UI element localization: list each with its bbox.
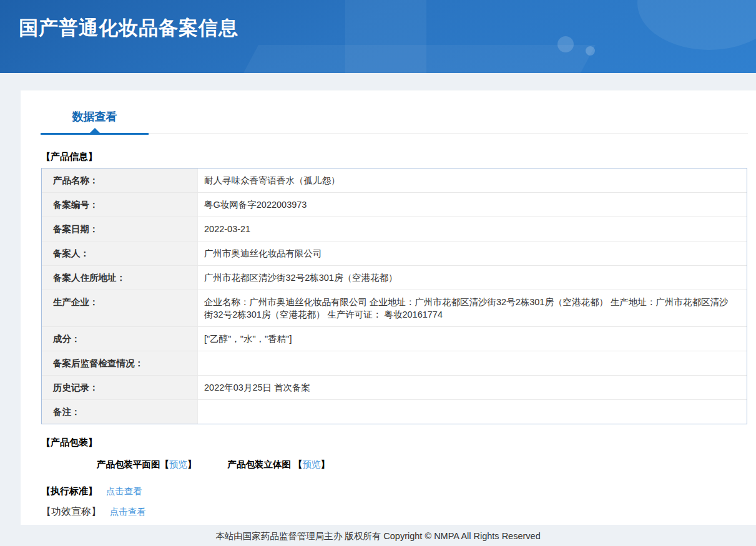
row-label: 成分： bbox=[42, 327, 198, 351]
bracket-close: 】 bbox=[321, 459, 330, 470]
row-value: 粤G妆网备字2022003973 bbox=[198, 193, 747, 217]
table-row: 备案编号： 粤G妆网备字2022003973 bbox=[42, 193, 747, 217]
table-row: 历史记录： 2022年03月25日 首次备案 bbox=[42, 376, 747, 400]
preview-stereo-link[interactable]: 预览 bbox=[303, 459, 321, 470]
table-row: 备案日期： 2022-03-21 bbox=[42, 217, 747, 241]
row-value bbox=[198, 400, 747, 424]
row-label: 备案编号： bbox=[42, 193, 198, 217]
decorative-circle bbox=[557, 36, 574, 52]
row-label: 产品名称： bbox=[42, 168, 198, 192]
tab-data-view[interactable]: 数据查看 bbox=[41, 109, 149, 135]
packaging-row: 产品包装平面图 【 预览 】 产品包装立体图 【 预览 】 bbox=[97, 459, 756, 470]
decorative-circle bbox=[586, 46, 595, 56]
page-header: 国产普通化妆品备案信息 bbox=[0, 0, 756, 73]
table-row: 备案后监督检查情况： bbox=[42, 351, 747, 376]
footer: 本站由国家药品监督管理局主办 版权所有 Copyright © NMPA All… bbox=[0, 525, 756, 546]
row-label: 生产企业： bbox=[42, 290, 198, 326]
efficacy-view-link[interactable]: 点击查看 bbox=[110, 506, 146, 518]
standards-view-link[interactable]: 点击查看 bbox=[106, 485, 142, 497]
packaging-flat-item: 产品包装平面图 【 预览 】 bbox=[97, 459, 197, 470]
efficacy-row: 【功效宣称】 点击查看 bbox=[41, 505, 756, 519]
packaging-stereo-label: 产品包装立体图 bbox=[228, 459, 292, 470]
row-label: 备案后监督检查情况： bbox=[42, 351, 198, 375]
row-value bbox=[198, 351, 747, 375]
table-row: 备案人住所地址： 广州市花都区清沙街32号2栋301房（空港花都） bbox=[42, 266, 747, 290]
row-label: 备案人住所地址： bbox=[42, 266, 198, 290]
row-value: ["乙醇"，"水"，"香精"] bbox=[198, 327, 747, 351]
packaging-stereo-item: 产品包装立体图 【 预览 】 bbox=[228, 459, 330, 470]
table-row: 成分： ["乙醇"，"水"，"香精"] bbox=[42, 327, 747, 351]
decorative-circle bbox=[637, 0, 756, 50]
table-row: 备注： bbox=[42, 400, 747, 424]
section-title-efficacy: 【功效宣称】 bbox=[41, 505, 101, 519]
decorative-shape bbox=[228, 45, 596, 73]
row-value: 广州市奥迪丝化妆品有限公司 bbox=[198, 241, 747, 265]
row-value: 企业名称：广州市奥迪丝化妆品有限公司 企业地址：广州市花都区清沙街32号2栋30… bbox=[198, 290, 747, 326]
bracket-open: 【 bbox=[293, 459, 303, 470]
page-title: 国产普通化妆品备案信息 bbox=[19, 15, 238, 41]
section-title-standards: 【执行标准】 bbox=[41, 485, 97, 497]
section-title-packaging: 【产品包装】 bbox=[41, 437, 756, 449]
row-label: 备案日期： bbox=[42, 217, 198, 241]
table-row: 生产企业： 企业名称：广州市奥迪丝化妆品有限公司 企业地址：广州市花都区清沙街3… bbox=[42, 290, 747, 327]
table-row: 产品名称： 耐人寻味众香寄语香水（孤儿怨） bbox=[42, 168, 747, 193]
product-info-table: 产品名称： 耐人寻味众香寄语香水（孤儿怨） 备案编号： 粤G妆网备字202200… bbox=[41, 168, 747, 424]
standards-row: 【执行标准】 点击查看 bbox=[41, 485, 756, 497]
row-label: 备案人： bbox=[42, 241, 198, 265]
row-value: 广州市花都区清沙街32号2栋301房（空港花都） bbox=[198, 266, 747, 290]
packaging-flat-label: 产品包装平面图 bbox=[97, 459, 160, 470]
footer-text: 本站由国家药品监督管理局主办 版权所有 Copyright © NMPA All… bbox=[215, 531, 540, 541]
tab-strip: 数据查看 bbox=[21, 90, 756, 135]
preview-flat-link[interactable]: 预览 bbox=[169, 459, 187, 470]
bracket-open: 【 bbox=[160, 459, 170, 470]
content-card: 数据查看 【产品信息】 产品名称： 耐人寻味众香寄语香水（孤儿怨） 备案编号： … bbox=[21, 90, 756, 525]
row-label: 历史记录： bbox=[42, 376, 198, 399]
row-value: 耐人寻味众香寄语香水（孤儿怨） bbox=[198, 168, 747, 192]
row-value: 2022年03月25日 首次备案 bbox=[198, 376, 747, 399]
bracket-close: 】 bbox=[187, 459, 197, 470]
row-value: 2022-03-21 bbox=[198, 217, 747, 241]
row-label: 备注： bbox=[42, 400, 198, 424]
tab-divider bbox=[149, 134, 748, 134]
section-title-product-info: 【产品信息】 bbox=[41, 151, 756, 163]
table-row: 备案人： 广州市奥迪丝化妆品有限公司 bbox=[42, 241, 747, 266]
